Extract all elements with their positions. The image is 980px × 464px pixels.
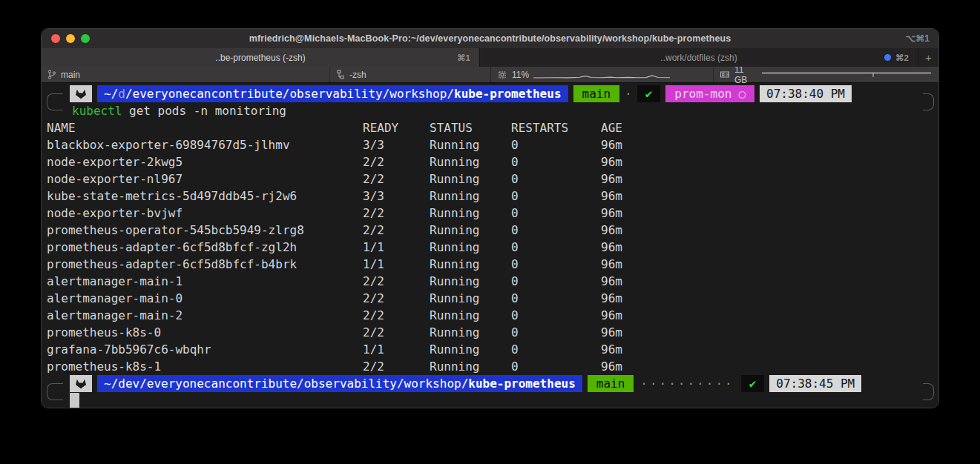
table-row: prometheus-k8s-1 2/2 Running 0 96m xyxy=(47,358,938,375)
pod-restarts: 0 xyxy=(511,188,601,205)
command-line: kubectl get pods -n monitoring xyxy=(47,102,938,119)
prompt-bottom-segments: ~/dev/everyonecancontribute/observabilit… xyxy=(70,375,918,392)
pod-status: Running xyxy=(430,136,511,153)
col-header-status: STATUS xyxy=(430,119,511,136)
pod-ready: 3/3 xyxy=(363,188,430,205)
prompt-frame-left xyxy=(47,383,63,400)
git-branch-segment: main xyxy=(588,375,634,392)
clock-segment: 07:38:40 PM xyxy=(760,85,852,102)
pod-name: prometheus-adapter-6cf5d8bfcf-b4brk xyxy=(47,256,363,273)
command-args: get pods -n monitoring xyxy=(122,104,286,118)
prompt-top: ~/d/everyonecancontribute/observability/… xyxy=(47,85,938,119)
pod-name: grafana-7bb5967c6-wbqhr xyxy=(47,341,363,358)
pod-ready: 3/3 xyxy=(363,136,430,153)
pod-restarts: 0 xyxy=(511,239,601,256)
desktop: mfriedrich@Michaels-MacBook-Pro:~/dev/ev… xyxy=(0,0,980,464)
zoom-button[interactable] xyxy=(81,34,90,43)
statusbar-git-branch: main xyxy=(61,70,80,80)
kube-context-segment: prom-mon○ xyxy=(665,85,754,102)
status-bar: main -zsh 11% 11 G xyxy=(42,67,938,83)
pod-name: alertmanager-main-2 xyxy=(47,307,363,324)
table-row: node-exporter-nl967 2/2 Running 0 96m xyxy=(47,170,938,188)
window-shortcut-label: ⌥⌘1 xyxy=(905,33,930,44)
table-row: node-exporter-2kwg5 2/2 Running 0 96m xyxy=(47,153,938,170)
pod-age: 96m xyxy=(601,205,938,222)
pod-restarts: 0 xyxy=(511,307,601,324)
tab-label: ..be-prometheus (-zsh) xyxy=(215,53,305,63)
pod-status: Running xyxy=(430,188,511,205)
tab-dotfiles[interactable]: ..work/dotfiles (zsh) ⌘2 xyxy=(479,48,918,67)
table-row: alertmanager-main-0 2/2 Running 0 96m xyxy=(47,290,938,307)
cwd-segment: ~/dev/everyonecancontribute/observabilit… xyxy=(97,375,582,392)
statusbar-git: main xyxy=(42,67,329,82)
pod-name: prometheus-k8s-1 xyxy=(47,358,363,375)
table-header-row: NAME READY STATUS RESTARTS AGE xyxy=(47,119,938,136)
gitlab-tanuki-icon xyxy=(70,85,92,102)
table-row: prometheus-adapter-6cf5d8bfcf-b4brk 1/1 … xyxy=(47,256,938,273)
pod-ready: 2/2 xyxy=(363,170,430,188)
pod-restarts: 0 xyxy=(511,290,601,307)
pod-name: node-exporter-2kwg5 xyxy=(47,153,363,170)
tab-shortcut-label: ⌘1 xyxy=(457,53,470,63)
pod-age: 96m xyxy=(601,188,938,205)
table-row: kube-state-metrics-5d497ddb45-rj2w6 3/3 … xyxy=(47,188,938,205)
pod-name: alertmanager-main-0 xyxy=(47,290,363,307)
pod-restarts: 0 xyxy=(511,358,601,375)
pod-age: 96m xyxy=(601,324,938,341)
pod-name: kube-state-metrics-5d497ddb45-rj2w6 xyxy=(47,188,363,205)
prompt-frame-right xyxy=(923,93,934,110)
pod-age: 96m xyxy=(601,222,938,239)
pod-age: 96m xyxy=(601,341,938,358)
col-header-age: AGE xyxy=(601,119,938,136)
pod-name: alertmanager-main-1 xyxy=(47,273,363,290)
new-tab-button[interactable]: + xyxy=(918,48,938,67)
pod-age: 96m xyxy=(601,136,938,153)
statusbar-shell-name: -zsh xyxy=(349,70,366,80)
pod-age: 96m xyxy=(601,290,938,307)
pod-ready: 2/2 xyxy=(363,273,430,290)
pod-ready: 2/2 xyxy=(363,290,430,307)
minimize-button[interactable] xyxy=(66,34,75,43)
cpu-chip-icon xyxy=(497,70,507,80)
title-bar[interactable]: mfriedrich@Michaels-MacBook-Pro:~/dev/ev… xyxy=(42,29,938,48)
shortened-dir: d xyxy=(118,87,125,101)
memory-ram-icon xyxy=(720,70,730,79)
pod-restarts: 0 xyxy=(511,341,601,358)
pod-restarts: 0 xyxy=(511,222,601,239)
pod-status: Running xyxy=(430,358,511,375)
tab-bar: ..be-prometheus (-zsh) ⌘1 ..work/dotfile… xyxy=(42,48,938,67)
table-row: grafana-7bb5967c6-wbqhr 1/1 Running 0 96… xyxy=(47,341,938,358)
prompt-frame-right xyxy=(923,383,934,400)
pod-status: Running xyxy=(430,170,511,188)
prompt-filler: · xyxy=(625,87,632,101)
terminal-pane[interactable]: ~/d/everyonecancontribute/observability/… xyxy=(42,83,938,408)
close-button[interactable] xyxy=(51,34,60,43)
input-line[interactable] xyxy=(47,392,938,408)
pod-ready: 2/2 xyxy=(363,153,430,170)
pod-status: Running xyxy=(430,307,511,324)
process-tree-icon xyxy=(336,70,345,79)
pod-restarts: 0 xyxy=(511,324,601,341)
pod-ready: 2/2 xyxy=(363,307,430,324)
memory-usage-bar xyxy=(762,70,933,79)
statusbar-memory: 11 GB xyxy=(713,67,938,82)
pod-status: Running xyxy=(430,222,511,239)
pod-restarts: 0 xyxy=(511,136,601,153)
pod-restarts: 0 xyxy=(511,256,601,273)
kube-context-icon: ○ xyxy=(738,87,746,101)
pod-age: 96m xyxy=(601,273,938,290)
iterm-window: mfriedrich@Michaels-MacBook-Pro:~/dev/ev… xyxy=(41,28,939,408)
git-branch-icon xyxy=(47,70,56,79)
terminal-cursor xyxy=(70,393,79,408)
table-row: alertmanager-main-2 2/2 Running 0 96m xyxy=(47,307,938,324)
table-row: prometheus-operator-545bcb5949-zlrg8 2/2… xyxy=(47,222,938,239)
pod-name: prometheus-k8s-0 xyxy=(47,324,363,341)
pod-name: blackbox-exporter-69894767d5-jlhmv xyxy=(47,136,363,153)
pod-table: blackbox-exporter-69894767d5-jlhmv 3/3 R… xyxy=(47,136,938,375)
pod-restarts: 0 xyxy=(511,170,601,188)
table-row: node-exporter-bvjwf 2/2 Running 0 96m xyxy=(47,205,938,222)
pod-age: 96m xyxy=(601,256,938,273)
gitlab-tanuki-icon xyxy=(70,375,92,392)
tab-kube-prometheus[interactable]: ..be-prometheus (-zsh) ⌘1 xyxy=(42,48,479,67)
pod-status: Running xyxy=(430,341,511,358)
